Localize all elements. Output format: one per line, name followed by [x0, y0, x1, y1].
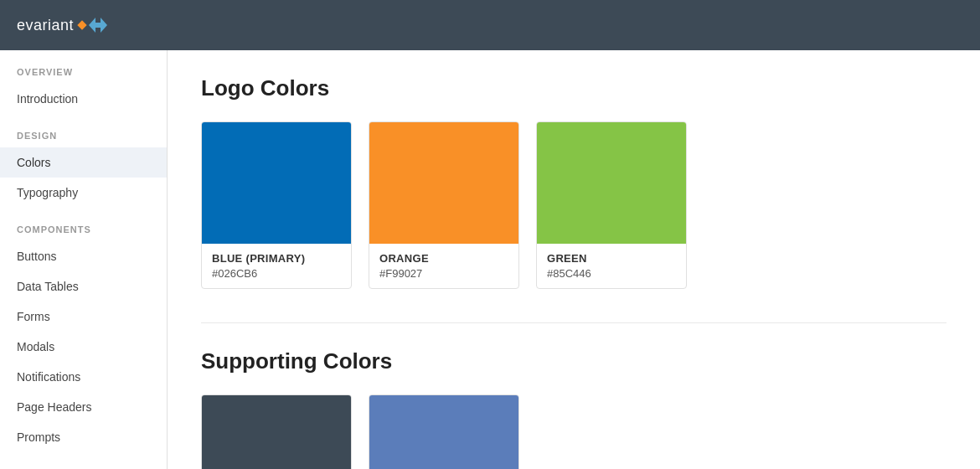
sidebar-section-label-design: DESIGN — [0, 114, 167, 147]
supporting-colors-title: Supporting Colors — [201, 348, 946, 374]
sidebar-section-label-components: COMPONENTS — [0, 208, 167, 241]
color-swatch-green — [537, 122, 686, 244]
logo: evariant — [17, 17, 107, 34]
sidebar-section-design: DESIGN Colors Typography — [0, 114, 167, 208]
sidebar-item-data-tables[interactable]: Data Tables — [0, 271, 167, 302]
sidebar: OVERVIEW Introduction DESIGN Colors Typo… — [0, 50, 168, 469]
sidebar-item-typography[interactable]: Typography — [0, 178, 167, 208]
color-card-green: GREEN #85C446 — [536, 121, 687, 289]
color-hex-blue: #026CB6 — [212, 267, 341, 280]
logo-arrows-icon — [89, 18, 107, 33]
color-card-orange: ORANGE #F99027 — [369, 121, 519, 289]
supporting-color-cards: DARK GRAY #3d4a56 MEDIUM BLUE #5b7dba — [201, 394, 946, 469]
sidebar-item-colors[interactable]: Colors — [0, 147, 167, 178]
sidebar-item-buttons[interactable]: Buttons — [0, 241, 167, 271]
color-hex-green: #85C446 — [547, 267, 676, 280]
sidebar-section-components: COMPONENTS Buttons Data Tables Forms Mod… — [0, 208, 167, 452]
logo-diamond-icon — [77, 20, 87, 30]
color-swatch-dark-gray — [202, 395, 351, 469]
logo-colors-title: Logo Colors — [201, 75, 946, 101]
svg-rect-0 — [77, 20, 86, 29]
sidebar-item-notifications[interactable]: Notifications — [0, 362, 167, 392]
logo-text: evariant — [17, 17, 74, 34]
color-swatch-blue — [202, 122, 351, 244]
color-name-green: GREEN — [547, 252, 676, 265]
sidebar-item-page-headers[interactable]: Page Headers — [0, 392, 167, 422]
logo-icon — [77, 18, 107, 33]
sidebar-section-overview: OVERVIEW Introduction — [0, 50, 167, 114]
color-card-dark-gray: DARK GRAY #3d4a56 — [201, 394, 352, 469]
svg-marker-1 — [89, 18, 107, 33]
color-swatch-orange — [369, 122, 518, 244]
color-card-medium-blue: MEDIUM BLUE #5b7dba — [369, 394, 519, 469]
color-name-blue: BLUE (PRIMARY) — [212, 252, 341, 265]
main-content: Logo Colors BLUE (PRIMARY) #026CB6 ORANG… — [168, 50, 980, 469]
sidebar-item-introduction[interactable]: Introduction — [0, 84, 167, 114]
sidebar-item-prompts[interactable]: Prompts — [0, 422, 167, 452]
color-swatch-medium-blue — [369, 395, 518, 469]
color-hex-orange: #F99027 — [379, 267, 508, 280]
sidebar-section-label-overview: OVERVIEW — [0, 50, 167, 84]
section-divider — [201, 322, 946, 323]
color-name-orange: ORANGE — [379, 252, 508, 265]
sidebar-item-modals[interactable]: Modals — [0, 332, 167, 362]
sidebar-item-forms[interactable]: Forms — [0, 302, 167, 332]
logo-color-cards: BLUE (PRIMARY) #026CB6 ORANGE #F99027 GR… — [201, 121, 946, 289]
app-header: evariant — [0, 0, 980, 50]
color-card-blue: BLUE (PRIMARY) #026CB6 — [201, 121, 352, 289]
